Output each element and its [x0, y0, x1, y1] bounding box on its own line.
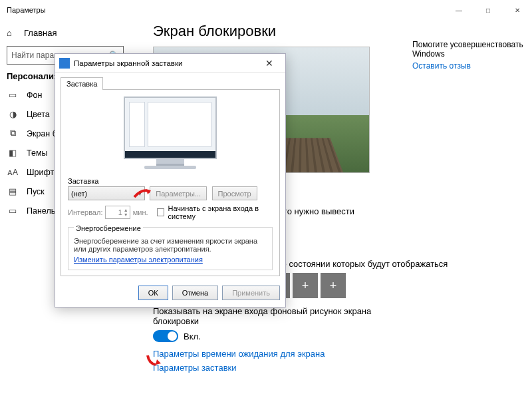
red-annotation-arrow	[145, 354, 165, 366]
sidebar-item-label: Фон	[27, 91, 42, 100]
groupbox-text: Энергосбережение за счет изменения яркос…	[74, 237, 267, 253]
feedback-link[interactable]: Оставить отзыв	[412, 61, 525, 71]
sidebar-item-label: Цвета	[27, 110, 50, 119]
start-icon: ▤	[7, 186, 19, 196]
settings-titlebar: Параметры — □ ✕	[0, 0, 532, 20]
sidebar-item-label: Пуск	[27, 187, 45, 196]
choose-apps-text: ого нужно вывести	[279, 206, 505, 216]
right-column: Помогите усовершенствовать Windows Остав…	[412, 40, 525, 71]
groupbox-title: Энергосбережение	[74, 224, 143, 232]
close-button[interactable]: ✕	[503, 0, 532, 20]
app-tile-add[interactable]: +	[293, 273, 318, 298]
maximize-button[interactable]: □	[473, 0, 503, 20]
home-label: Главная	[24, 28, 57, 38]
screensaver-dialog: Параметры экранной заставки ✕ Заставка З…	[55, 53, 286, 308]
red-annotation-arrow	[133, 188, 153, 200]
dialog-title: Параметры экранной заставки	[74, 59, 256, 67]
spinner-arrows-icon: ▲▼	[124, 208, 128, 217]
dialog-close-button[interactable]: ✕	[256, 58, 283, 69]
power-groupbox: Энергосбережение Энергосбережение за сче…	[68, 227, 273, 270]
ok-button[interactable]: ОК	[138, 286, 168, 300]
taskbar-icon: ▭	[7, 206, 19, 216]
home-icon: ⌂	[7, 28, 17, 38]
screensaver-preview-button[interactable]: Просмотр	[212, 186, 257, 200]
monitor-preview	[124, 97, 217, 169]
dialog-titlebar[interactable]: Параметры экранной заставки ✕	[55, 54, 285, 73]
resume-login-checkbox[interactable]	[157, 208, 164, 216]
fonts-icon: ᴀA	[7, 167, 19, 177]
lockscreen-icon: ⧉	[7, 128, 19, 138]
show-bg-label: Показывать на экране входа фоновый рисун…	[153, 306, 379, 326]
screensaver-settings-button[interactable]: Параметры...	[150, 186, 207, 200]
palette-icon: ◑	[7, 109, 19, 119]
toggle-state: Вкл.	[184, 331, 201, 341]
app-tile-add[interactable]: +	[321, 273, 346, 298]
minimize-button[interactable]: —	[444, 0, 473, 20]
themes-icon: ◧	[7, 148, 19, 158]
help-text: Помогите усовершенствовать Windows	[412, 40, 525, 59]
tab-screensaver[interactable]: Заставка	[61, 77, 103, 90]
window-title: Параметры	[7, 6, 444, 14]
resume-login-label: Начинать с экрана входа в систему	[168, 204, 273, 220]
combo-value: (нет)	[71, 190, 87, 198]
link-screensaver-settings[interactable]: Параметры заставки	[153, 363, 525, 373]
screensaver-label: Заставка	[68, 177, 273, 185]
interval-label: Интервал:	[68, 208, 102, 216]
interval-unit: мин.	[133, 208, 148, 216]
dialog-app-icon	[59, 58, 70, 69]
show-bg-toggle[interactable]: Вкл.	[153, 330, 525, 342]
apply-button[interactable]: Применить	[222, 286, 280, 300]
interval-spinner[interactable]: 1 ▲▼	[105, 206, 130, 219]
tab-panel: Заставка (нет) ▾ Параметры... Просмотр И…	[61, 89, 280, 276]
power-settings-link[interactable]: Изменить параметры электропитания	[74, 256, 203, 264]
sidebar-item-label: Темы	[27, 148, 47, 158]
page-title: Экран блокировки	[153, 23, 525, 40]
image-icon: ▭	[7, 90, 19, 100]
link-screen-timeout[interactable]: Параметры времени ожидания для экрана	[153, 349, 525, 359]
home-nav[interactable]: ⌂ Главная	[7, 24, 126, 42]
cancel-button[interactable]: Отмена	[172, 286, 218, 300]
